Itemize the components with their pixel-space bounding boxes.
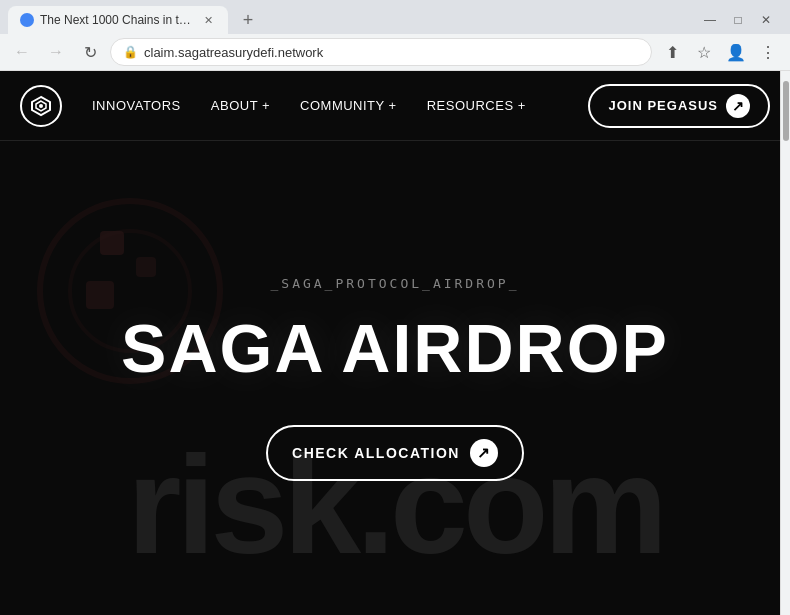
tab-close-button[interactable]: ✕ [200,12,216,28]
refresh-button[interactable]: ↻ [76,38,104,66]
address-bar-row: ← → ↻ 🔒 claim.sagatreasurydefi.network ⬆… [0,34,790,70]
browser-actions: ⬆ ☆ 👤 ⋮ [658,38,782,66]
maximize-button[interactable]: □ [726,8,750,32]
website-content: risk.com INNOVATORS ABOUT + COMMUNITY + … [0,71,790,615]
navigation: INNOVATORS ABOUT + COMMUNITY + RESOURCES… [0,71,790,141]
site-logo[interactable] [20,85,62,127]
window-controls: — □ ✕ [698,8,782,32]
address-text: claim.sagatreasurydefi.network [144,45,639,60]
check-arrow-icon: ↗ [477,444,492,462]
profile-button[interactable]: 👤 [722,38,750,66]
nav-community[interactable]: COMMUNITY + [300,98,397,113]
hero-title: SAGA AIRDROP [121,311,669,386]
close-button[interactable]: ✕ [754,8,778,32]
forward-button[interactable]: → [42,38,70,66]
svg-point-7 [39,104,43,108]
minimize-button[interactable]: — [698,8,722,32]
back-button[interactable]: ← [8,38,36,66]
tab-favicon [20,13,34,27]
tab-title: The Next 1000 Chains in the Mu... [40,13,194,27]
share-button[interactable]: ⬆ [658,38,686,66]
tab-bar: The Next 1000 Chains in the Mu... ✕ + — … [0,0,790,34]
bookmark-button[interactable]: ☆ [690,38,718,66]
menu-button[interactable]: ⋮ [754,38,782,66]
nav-resources[interactable]: RESOURCES + [427,98,526,113]
active-tab[interactable]: The Next 1000 Chains in the Mu... ✕ [8,6,228,34]
nav-links: INNOVATORS ABOUT + COMMUNITY + RESOURCES… [92,98,588,113]
join-button-label: JOIN PEGASUS [608,98,718,113]
join-pegasus-button[interactable]: JOIN PEGASUS ↗ [588,84,770,128]
nav-about[interactable]: ABOUT + [211,98,270,113]
check-button-arrow-circle: ↗ [470,439,498,467]
address-bar[interactable]: 🔒 claim.sagatreasurydefi.network [110,38,652,66]
check-allocation-label: CHECK ALLOCATION [292,445,460,461]
check-allocation-button[interactable]: CHECK ALLOCATION ↗ [266,425,524,481]
arrow-icon: ↗ [732,98,745,114]
join-button-arrow: ↗ [726,94,750,118]
hero-section: _SAGA_PROTOCOL_AIRDROP_ SAGA AIRDROP CHE… [0,141,790,615]
hero-subtitle: _SAGA_PROTOCOL_AIRDROP_ [270,276,519,291]
nav-innovators[interactable]: INNOVATORS [92,98,181,113]
new-tab-button[interactable]: + [234,6,262,34]
lock-icon: 🔒 [123,45,138,59]
browser-chrome: The Next 1000 Chains in the Mu... ✕ + — … [0,0,790,71]
